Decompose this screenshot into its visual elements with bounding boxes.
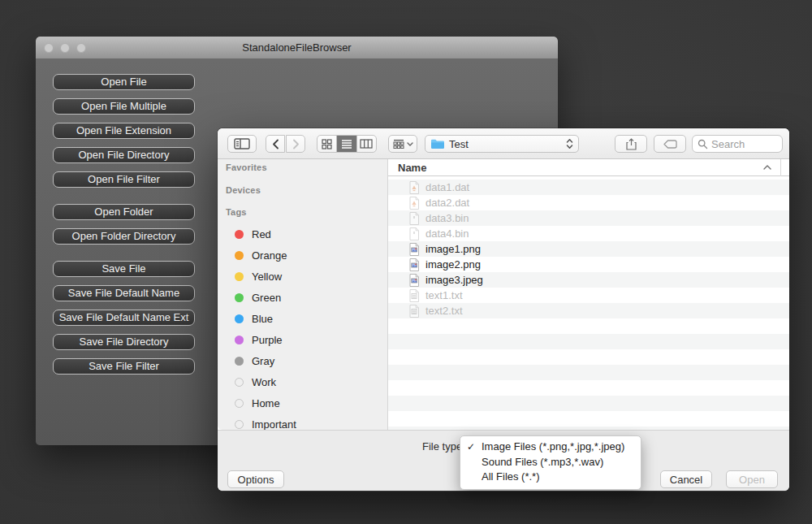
icon-view-icon (322, 139, 332, 149)
unity-button-open-file[interactable]: Open File (53, 74, 195, 90)
icon-view-button[interactable] (317, 136, 336, 152)
tag-color-dot-purple (235, 336, 244, 344)
tag-color-dot-yellow (235, 272, 244, 281)
sidebar-tag-blue[interactable]: Blue (218, 311, 388, 327)
empty-row (388, 349, 789, 365)
file-name: data1.dat (425, 181, 469, 193)
column-header-name: Name (398, 162, 426, 174)
sidebar-section-devices: Devices (226, 185, 261, 198)
file-type-menu: ✓Image Files (*.png,*.jpg,*.jpeg)Sound F… (460, 435, 641, 490)
group-by-button[interactable] (388, 135, 417, 153)
share-icon (626, 138, 637, 150)
sidebar-section-tags: Tags (226, 207, 247, 220)
unity-button-save-file-default-name[interactable]: Save File Default Name (53, 285, 195, 301)
empty-row (388, 318, 789, 334)
file-name: data4.bin (425, 227, 469, 240)
share-button[interactable] (615, 135, 647, 153)
tag-color-dot-work (235, 378, 244, 387)
dialog-toolbar: Test (218, 128, 789, 159)
tag-color-dot-green (235, 293, 244, 302)
current-folder-label: Test (449, 138, 561, 150)
folder-dropdown[interactable]: Test (425, 135, 579, 153)
empty-row (388, 365, 789, 380)
empty-row (388, 411, 789, 427)
sidebar-tag-work[interactable]: Work (218, 375, 388, 391)
list-header[interactable]: Name (388, 159, 789, 176)
unity-button-save-file[interactable]: Save File (53, 261, 195, 277)
sidebar-toggle-button[interactable] (227, 135, 257, 153)
file-name: image3.jpeg (425, 274, 483, 286)
dat-file-icon (409, 181, 419, 194)
tag-label: Gray (252, 355, 274, 367)
sidebar-tag-orange[interactable]: Orange (218, 248, 388, 264)
file-icon-dat (409, 181, 419, 194)
sidebar-tag-gray[interactable]: Gray (218, 353, 388, 370)
minimize-button[interactable] (60, 43, 70, 53)
unity-button-open-file-extension[interactable]: Open File Extension (53, 123, 195, 139)
list-view-icon (341, 139, 352, 149)
file-name: image1.png (425, 243, 481, 255)
forward-button[interactable] (286, 135, 305, 153)
empty-row (388, 380, 789, 396)
file-name: text2.txt (425, 305, 463, 317)
sort-ascending-icon[interactable] (763, 165, 771, 170)
file-type-option-2[interactable]: Sound Files (*.mp3,*.wav) (460, 455, 641, 470)
zoom-button[interactable] (76, 43, 86, 53)
file-name: image2.png (425, 258, 481, 271)
sidebar-tag-home[interactable]: Home (218, 396, 388, 412)
close-button[interactable] (44, 43, 54, 53)
group-by-icon (393, 139, 404, 149)
file-row-image1.png[interactable]: image1.png (388, 241, 789, 257)
file-list: data1.datdata2.datdata3.bindata4.binimag… (388, 180, 789, 430)
file-type-option-label: All Files (*.*) (482, 470, 540, 483)
file-row-text1.txt: text1.txt (388, 288, 789, 303)
search-input[interactable] (711, 138, 768, 150)
unity-button-open-folder[interactable]: Open Folder (53, 204, 195, 220)
file-type-option-1[interactable]: ✓Image Files (*.png,*.jpg,*.jpeg) (460, 440, 641, 455)
file-type-option-label: Sound Files (*.mp3,*.wav) (482, 456, 603, 468)
tag-button[interactable] (654, 135, 686, 153)
unity-button-save-file-directory[interactable]: Save File Directory (53, 334, 195, 350)
sidebar-tag-red[interactable]: Red (218, 227, 388, 243)
tag-label: Important (252, 418, 296, 431)
unity-button-save-file-default-name-ext[interactable]: Save File Default Name Ext (53, 310, 195, 326)
sidebar-tag-yellow[interactable]: Yellow (218, 269, 388, 285)
column-view-button[interactable] (356, 136, 376, 152)
bin-file-icon (409, 212, 419, 225)
tag-color-dot-home (235, 399, 244, 408)
dat-file-icon (409, 197, 419, 210)
img-file-icon (409, 274, 419, 287)
options-button[interactable]: Options (227, 470, 284, 488)
file-icon-bin (409, 212, 419, 225)
tag-color-dot-important (235, 420, 244, 429)
search-field[interactable] (692, 135, 783, 153)
file-type-option-3[interactable]: All Files (*.*) (460, 470, 641, 485)
sidebar: FavoritesDevicesTagsRedOrangeYellowGreen… (218, 159, 388, 430)
open-button[interactable]: Open (726, 470, 778, 488)
tag-color-dot-blue (235, 314, 244, 323)
back-button[interactable] (266, 135, 285, 153)
unity-button-open-file-directory[interactable]: Open File Directory (53, 147, 195, 163)
tag-label: Green (252, 292, 281, 304)
sidebar-tag-purple[interactable]: Purple (218, 332, 388, 349)
file-icon-img (409, 243, 419, 256)
unity-button-open-folder-directory[interactable]: Open Folder Directory (53, 228, 195, 245)
cancel-button[interactable]: Cancel (660, 470, 712, 488)
checkmark-icon: ✓ (467, 440, 475, 454)
unity-button-open-file-filter[interactable]: Open File Filter (53, 171, 195, 188)
file-icon-img (409, 274, 419, 287)
img-file-icon (409, 258, 419, 271)
tag-label: Orange (252, 249, 287, 262)
file-list-area: Name data1.datdata2.datdata3.bindata4.bi… (388, 159, 789, 430)
list-view-button[interactable] (336, 136, 356, 152)
unity-button-save-file-filter[interactable]: Save File Filter (53, 358, 195, 375)
unity-titlebar[interactable]: StandaloneFileBrowser (36, 37, 558, 59)
file-row-image2.png[interactable]: image2.png (388, 257, 789, 272)
txt-file-icon (409, 305, 419, 318)
sidebar-tag-green[interactable]: Green (218, 290, 388, 306)
file-icon-txt (409, 289, 419, 302)
unity-button-open-file-multiple[interactable]: Open File Multiple (53, 98, 195, 115)
file-icon-txt (409, 305, 419, 318)
tag-color-dot-red (235, 230, 244, 239)
file-row-image3.jpeg[interactable]: image3.jpeg (388, 272, 789, 288)
